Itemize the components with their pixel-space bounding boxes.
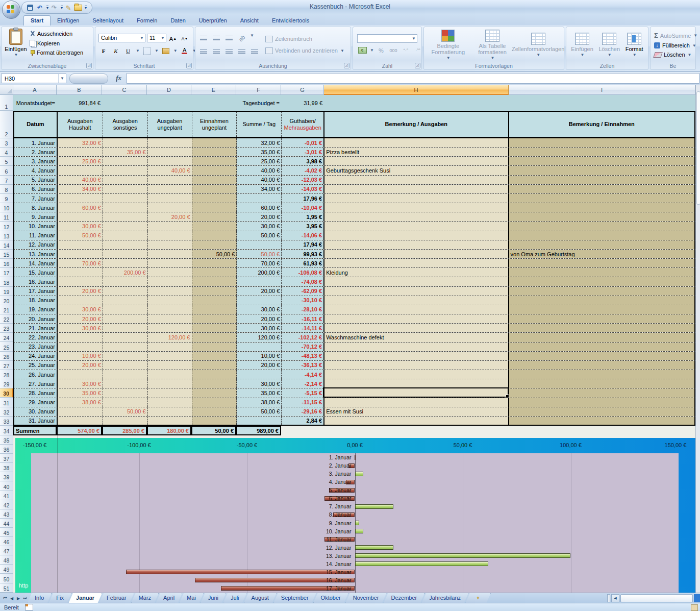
- grid-cell-I33[interactable]: [509, 417, 695, 425]
- grid-cell-G11[interactable]: 1,95 €: [282, 212, 324, 221]
- sheet-tab-april[interactable]: April: [156, 593, 182, 603]
- row-header-7[interactable]: 7: [0, 176, 13, 185]
- grid-cell-D18[interactable]: [148, 277, 192, 286]
- grid-cell-E23[interactable]: [192, 324, 237, 332]
- grid-cell-D17[interactable]: [148, 268, 192, 277]
- grid-cell-H29[interactable]: [324, 379, 509, 388]
- grid-cell-F26[interactable]: 10,00 €: [237, 352, 282, 360]
- delete-cells-button[interactable]: Löschen▼: [598, 31, 620, 58]
- grid-cell-G19[interactable]: -62,09 €: [282, 287, 324, 296]
- percent-button[interactable]: %: [376, 45, 386, 56]
- grid-cell-A5[interactable]: 3. Januar: [14, 157, 58, 165]
- grid-cell-A33[interactable]: 31. Januar: [14, 417, 58, 425]
- grid-cell-C24[interactable]: [103, 333, 148, 341]
- grid-cell-E6[interactable]: [192, 166, 237, 175]
- row-header-9[interactable]: 9: [0, 194, 13, 203]
- grid-cell-C8[interactable]: [103, 185, 148, 193]
- grid-cell-B16[interactable]: 70,00 €: [58, 259, 103, 267]
- grid-cell-D5[interactable]: [148, 157, 192, 165]
- row-header-51[interactable]: 51: [0, 583, 13, 593]
- chart-bar[interactable]: [355, 545, 394, 550]
- sheet-tab-jahresbilanz[interactable]: Jahresbilanz: [421, 593, 468, 603]
- sheet-tab-august[interactable]: August: [244, 593, 277, 603]
- grid-cell-F10[interactable]: 60,00 €: [237, 203, 282, 212]
- grid-cell-B31[interactable]: 38,00 €: [58, 398, 103, 407]
- grid-cell-F33[interactable]: [237, 417, 282, 425]
- grid-cell-A26[interactable]: 24. Januar: [14, 352, 58, 360]
- grid-cell-D16[interactable]: [148, 259, 192, 267]
- autosum-button[interactable]: ΣAutoSumme▼: [653, 31, 699, 40]
- grid-cell-A13[interactable]: 11. Januar: [14, 231, 58, 240]
- ribbon-tab-ansicht[interactable]: Ansicht: [234, 16, 265, 26]
- grid-cell-F28[interactable]: [237, 370, 282, 379]
- grid-cell-F15[interactable]: -50,00 €: [237, 250, 282, 258]
- row-header-38[interactable]: 38: [0, 463, 13, 472]
- chart-bar[interactable]: [355, 521, 359, 525]
- column-header-I[interactable]: I: [509, 85, 695, 95]
- row-header-24[interactable]: 24: [0, 333, 13, 342]
- row-header-21[interactable]: 21: [0, 305, 13, 314]
- grid-cell-F14[interactable]: [237, 240, 282, 249]
- column-header-A[interactable]: A: [13, 85, 57, 95]
- grid-cell-C22[interactable]: [103, 314, 148, 323]
- column-header-B[interactable]: B: [57, 85, 102, 95]
- sheet-tab-juni[interactable]: Juni: [201, 593, 226, 603]
- decrease-indent-button[interactable]: [237, 46, 247, 57]
- row-header-48[interactable]: 48: [0, 555, 13, 565]
- column-header-D[interactable]: D: [147, 85, 191, 95]
- grid-cell-A6[interactable]: 4. Januar: [14, 166, 58, 175]
- grid-cell-D8[interactable]: [148, 185, 192, 193]
- sum-cell-E[interactable]: 50,00 €: [191, 426, 236, 435]
- grid-cell-E11[interactable]: [192, 212, 237, 221]
- grid-cell-F24[interactable]: 120,00 €: [237, 333, 282, 341]
- grid-cell-E22[interactable]: [192, 314, 237, 323]
- alignment-dialog-launcher-icon[interactable]: ◿: [344, 63, 349, 68]
- copy-button[interactable]: Kopieren: [28, 39, 85, 47]
- grid-cell-A11[interactable]: 9. Januar: [14, 212, 58, 221]
- grid-cell-E14[interactable]: [192, 240, 237, 249]
- row-header-36[interactable]: 36: [0, 445, 13, 454]
- grid-cell-H7[interactable]: [324, 176, 509, 184]
- grid-cell-C31[interactable]: [103, 398, 148, 407]
- sheet-tab-juli[interactable]: Juli: [223, 593, 247, 603]
- sheet-tab-oktober[interactable]: Oktober: [313, 593, 348, 603]
- font-size-combo[interactable]: 11▼: [147, 34, 166, 42]
- grid-cell-D26[interactable]: [148, 352, 192, 360]
- grid-cell-H28[interactable]: [324, 370, 509, 379]
- column-header-C[interactable]: C: [102, 85, 147, 95]
- row-header-49[interactable]: 49: [0, 565, 13, 574]
- fill-color-button[interactable]: [161, 46, 171, 56]
- grid-cell-F32[interactable]: 50,00 €: [237, 407, 282, 416]
- align-left-button[interactable]: [198, 46, 209, 57]
- horizontal-scrollbar[interactable]: ◀: [607, 593, 700, 603]
- grid-cell-D7[interactable]: [148, 176, 192, 184]
- grid-cell-G8[interactable]: -14,03 €: [282, 185, 324, 193]
- grid-cell-H21[interactable]: [324, 305, 509, 314]
- grid-cell-G14[interactable]: 17,94 €: [282, 240, 324, 249]
- grid-cell-I16[interactable]: [509, 259, 695, 267]
- grid-cell-F8[interactable]: 34,00 €: [237, 185, 282, 193]
- grid-cell-H3[interactable]: [324, 138, 509, 147]
- grid-cell-C5[interactable]: [103, 157, 148, 165]
- grid-cell-D6[interactable]: 40,00 €: [148, 166, 192, 175]
- header-cell-G[interactable]: Guthaben/Mehrausgaben: [282, 112, 324, 137]
- clipboard-dialog-launcher-icon[interactable]: ◿: [86, 63, 92, 68]
- sheet-tab-februar[interactable]: Februar: [99, 593, 134, 603]
- grid-cell-B10[interactable]: 60,00 €: [58, 203, 103, 212]
- grid-cell-E33[interactable]: [192, 417, 237, 425]
- grid-cell-B21[interactable]: 30,00 €: [58, 305, 103, 314]
- grid-cell-E15[interactable]: 50,00 €: [192, 250, 237, 258]
- vertical-scrollbar[interactable]: [695, 85, 700, 593]
- grid-cell-G21[interactable]: -28,10 €: [282, 305, 324, 314]
- prev-sheet-icon[interactable]: ◀: [9, 595, 15, 602]
- grid-cell-I19[interactable]: [509, 287, 695, 296]
- grid-cell-H26[interactable]: [324, 352, 509, 360]
- grid-cell-E27[interactable]: [192, 361, 237, 370]
- grid-cell-G30[interactable]: -5,15 €: [282, 388, 324, 397]
- grid-cell-H6[interactable]: Geburttagsgeschenk Susi: [324, 166, 509, 175]
- grid-cell-C21[interactable]: [103, 305, 148, 314]
- grid-cell-C29[interactable]: [103, 379, 148, 388]
- row-header-22[interactable]: 22: [0, 314, 13, 324]
- grid-cell-I23[interactable]: [509, 324, 695, 332]
- grid-cell-A3[interactable]: 1. Januar: [14, 138, 58, 147]
